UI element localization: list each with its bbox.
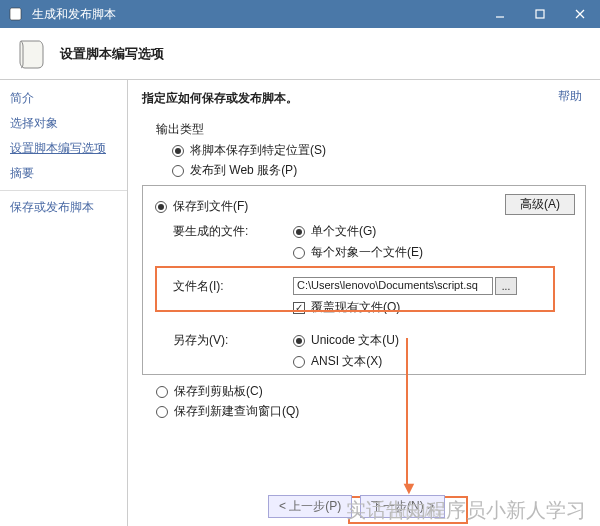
radio-publish-web-label: 发布到 Web 服务(P) bbox=[190, 162, 297, 179]
radio-new-query-label: 保存到新建查询窗口(Q) bbox=[174, 403, 299, 420]
titlebar: 生成和发布脚本 bbox=[0, 0, 600, 28]
radio-save-specific-row[interactable]: 将脚本保存到特定位置(S) bbox=[172, 142, 586, 159]
radio-clipboard-label: 保存到剪贴板(C) bbox=[174, 383, 263, 400]
radio-icon bbox=[156, 386, 168, 398]
radio-icon bbox=[172, 145, 184, 157]
close-button[interactable] bbox=[560, 0, 600, 28]
save-to-file-label[interactable]: 保存到文件(F) bbox=[173, 198, 248, 215]
radio-new-query-row[interactable]: 保存到新建查询窗口(Q) bbox=[156, 403, 586, 420]
script-icon bbox=[14, 36, 50, 72]
svg-rect-1 bbox=[536, 10, 544, 18]
radio-per-object-label[interactable]: 每个对象一个文件(E) bbox=[311, 244, 423, 261]
output-type-label: 输出类型 bbox=[156, 121, 586, 138]
radio-unicode-label[interactable]: Unicode 文本(U) bbox=[311, 332, 399, 349]
save-as-label: 另存为(V): bbox=[173, 332, 263, 349]
radio-ansi-label[interactable]: ANSI 文本(X) bbox=[311, 353, 382, 370]
save-to-file-group: 高级(A) 保存到文件(F) 要生成的文件: 单个文件(G) 每个对象一个文件(… bbox=[142, 185, 586, 375]
minimize-button[interactable] bbox=[480, 0, 520, 28]
maximize-button[interactable] bbox=[520, 0, 560, 28]
radio-single-file-label[interactable]: 单个文件(G) bbox=[311, 223, 376, 240]
sidebar-item-intro[interactable]: 简介 bbox=[0, 86, 127, 111]
page-header: 设置脚本编写选项 bbox=[0, 28, 600, 80]
window-title: 生成和发布脚本 bbox=[32, 6, 480, 23]
radio-icon bbox=[156, 406, 168, 418]
content-heading: 指定应如何保存或发布脚本。 bbox=[142, 90, 586, 107]
radio-icon bbox=[155, 201, 167, 213]
radio-publish-web-row[interactable]: 发布到 Web 服务(P) bbox=[172, 162, 586, 179]
files-to-generate-label: 要生成的文件: bbox=[173, 223, 263, 240]
sidebar-item-summary[interactable]: 摘要 bbox=[0, 161, 127, 186]
advanced-button[interactable]: 高级(A) bbox=[505, 194, 575, 215]
radio-icon bbox=[172, 165, 184, 177]
highlight-filename bbox=[155, 266, 555, 312]
next-button[interactable]: 下一步(N) > bbox=[360, 495, 445, 518]
radio-clipboard-row[interactable]: 保存到剪贴板(C) bbox=[156, 383, 586, 400]
app-icon bbox=[6, 4, 26, 24]
sidebar-item-save-publish[interactable]: 保存或发布脚本 bbox=[0, 195, 127, 220]
annotation-arrow bbox=[406, 338, 408, 488]
help-link[interactable]: 帮助 bbox=[558, 88, 582, 105]
page-title: 设置脚本编写选项 bbox=[60, 45, 164, 63]
radio-icon bbox=[293, 335, 305, 347]
sidebar-item-select-objects[interactable]: 选择对象 bbox=[0, 111, 127, 136]
prev-button[interactable]: < 上一步(P) bbox=[268, 495, 352, 518]
radio-icon bbox=[293, 356, 305, 368]
radio-save-specific-label: 将脚本保存到特定位置(S) bbox=[190, 142, 326, 159]
content-pane: 帮助 指定应如何保存或发布脚本。 输出类型 将脚本保存到特定位置(S) 发布到 … bbox=[128, 80, 600, 526]
sidebar: 简介 选择对象 设置脚本编写选项 摘要 保存或发布脚本 bbox=[0, 80, 128, 526]
radio-icon bbox=[293, 247, 305, 259]
sidebar-item-script-options[interactable]: 设置脚本编写选项 bbox=[0, 136, 127, 161]
radio-icon bbox=[293, 226, 305, 238]
